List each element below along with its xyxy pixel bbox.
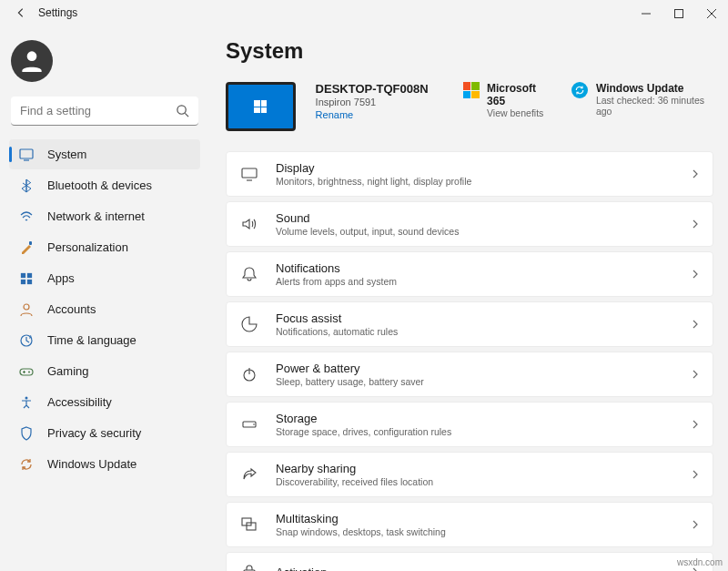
page-title: System	[226, 38, 713, 64]
chevron-right-icon	[691, 466, 700, 483]
card-notif[interactable]: NotificationsAlerts from apps and system	[226, 251, 713, 297]
card-subtitle: Alerts from apps and system	[276, 276, 674, 287]
clock-icon: A	[18, 332, 35, 349]
sidebar-item-privacy[interactable]: Privacy & security	[9, 418, 200, 448]
sidebar-item-access[interactable]: Accessibility	[9, 387, 200, 417]
chevron-right-icon	[691, 316, 700, 332]
sidebar-item-label: Network & internet	[47, 209, 145, 223]
user-avatar[interactable]	[11, 40, 53, 82]
svg-rect-8	[21, 272, 25, 277]
sidebar-item-account[interactable]: Accounts	[9, 294, 200, 324]
svg-rect-9	[27, 272, 32, 277]
svg-point-23	[253, 423, 255, 425]
sidebar-item-label: Privacy & security	[47, 426, 141, 440]
sidebar-item-label: Bluetooth & devices	[47, 178, 152, 192]
card-display[interactable]: DisplayMonitors, brightness, night light…	[226, 151, 713, 197]
card-title: Focus assist	[276, 311, 674, 325]
sidebar-item-label: System	[47, 148, 86, 161]
svg-line-4	[185, 113, 188, 117]
sidebar-item-label: Gaming	[47, 364, 89, 378]
sidebar-item-clock[interactable]: ATime & language	[9, 325, 200, 355]
svg-point-16	[28, 371, 30, 372]
card-sound[interactable]: SoundVolume levels, output, input, sound…	[226, 201, 713, 247]
svg-point-3	[177, 106, 186, 114]
system-icon	[18, 147, 35, 163]
access-icon	[18, 394, 35, 411]
notif-icon	[239, 264, 259, 284]
card-title: Display	[276, 161, 674, 175]
sidebar-item-label: Time & language	[47, 333, 136, 347]
svg-rect-7	[29, 241, 32, 245]
search-icon	[176, 104, 189, 121]
card-storage[interactable]: StorageStorage space, drives, configurat…	[226, 402, 713, 447]
svg-rect-18	[242, 168, 257, 178]
svg-point-12	[24, 304, 29, 310]
windows-update-icon	[571, 82, 588, 98]
card-title: Activation	[276, 566, 674, 572]
sidebar-item-label: Windows Update	[47, 457, 136, 471]
card-title: Multitasking	[276, 512, 674, 525]
sidebar-item-bluetooth[interactable]: Bluetooth & devices	[9, 170, 200, 200]
svg-rect-1	[675, 10, 683, 18]
card-subtitle: Volume levels, output, input, sound devi…	[276, 226, 674, 237]
device-model: Inspiron 7591	[316, 97, 443, 107]
chevron-right-icon	[691, 516, 700, 533]
share-icon	[239, 464, 259, 484]
svg-rect-10	[21, 279, 25, 283]
sidebar-item-system[interactable]: System	[9, 139, 200, 169]
back-button[interactable]	[15, 6, 27, 22]
card-title: Notifications	[276, 261, 674, 275]
power-icon	[239, 364, 259, 384]
card-subtitle: Sleep, battery usage, battery saver	[276, 376, 674, 387]
account-icon	[18, 301, 35, 318]
card-title: Sound	[276, 211, 674, 225]
card-subtitle: Notifications, automatic rules	[276, 326, 674, 337]
card-focus[interactable]: Focus assistNotifications, automatic rul…	[226, 301, 713, 347]
maximize-button[interactable]	[662, 0, 695, 27]
display-icon	[239, 164, 259, 184]
sidebar-item-paint[interactable]: Personalization	[9, 232, 200, 262]
svg-rect-11	[27, 279, 32, 283]
card-subtitle: Monitors, brightness, night light, displ…	[276, 176, 674, 187]
svg-point-17	[25, 396, 28, 399]
card-activ[interactable]: Activation	[226, 552, 713, 571]
card-share[interactable]: Nearby sharingDiscoverability, received …	[226, 452, 713, 497]
sidebar-item-gaming[interactable]: Gaming	[9, 356, 200, 386]
wupdate-sub: Last checked: 36 minutes ago	[596, 95, 713, 117]
card-subtitle: Discoverability, received files location	[276, 476, 674, 487]
card-multi[interactable]: MultitaskingSnap windows, desktops, task…	[226, 502, 713, 547]
microsoft-365-icon	[463, 82, 480, 98]
rename-link[interactable]: Rename	[316, 109, 443, 120]
chevron-right-icon	[691, 366, 700, 382]
search-input[interactable]	[11, 97, 198, 126]
close-button[interactable]	[695, 0, 728, 27]
card-title: Storage	[276, 412, 674, 425]
sidebar-item-update[interactable]: Windows Update	[9, 449, 200, 479]
paint-icon	[18, 240, 35, 256]
card-subtitle: Storage space, drives, configuration rul…	[276, 426, 674, 437]
multi-icon	[239, 515, 259, 535]
windows-update-link[interactable]: Windows Update Last checked: 36 minutes …	[571, 82, 713, 117]
storage-icon	[239, 414, 259, 434]
ms365-sub: View benefits	[487, 107, 551, 118]
device-name: DESKTOP-TQF008N	[316, 82, 443, 96]
window-title: Settings	[38, 6, 77, 19]
chevron-right-icon	[691, 266, 700, 282]
minimize-button[interactable]	[630, 0, 662, 27]
sidebar-item-wifi[interactable]: Network & internet	[9, 201, 200, 231]
sidebar-item-apps[interactable]: Apps	[9, 263, 200, 293]
card-subtitle: Snap windows, desktops, task switching	[276, 526, 674, 537]
watermark: wsxdn.com	[677, 557, 723, 567]
wifi-icon	[18, 209, 35, 225]
card-title: Power & battery	[276, 362, 674, 375]
svg-rect-5	[20, 149, 33, 158]
sidebar-item-label: Accounts	[47, 302, 96, 316]
svg-rect-15	[20, 369, 33, 375]
microsoft-365-link[interactable]: Microsoft 365 View benefits	[463, 82, 552, 118]
gaming-icon	[18, 363, 35, 380]
chevron-right-icon	[691, 416, 700, 433]
bluetooth-icon	[18, 178, 35, 194]
sidebar-item-label: Accessibility	[47, 395, 112, 409]
ms365-title: Microsoft 365	[487, 82, 551, 107]
card-power[interactable]: Power & batterySleep, battery usage, bat…	[226, 352, 713, 397]
